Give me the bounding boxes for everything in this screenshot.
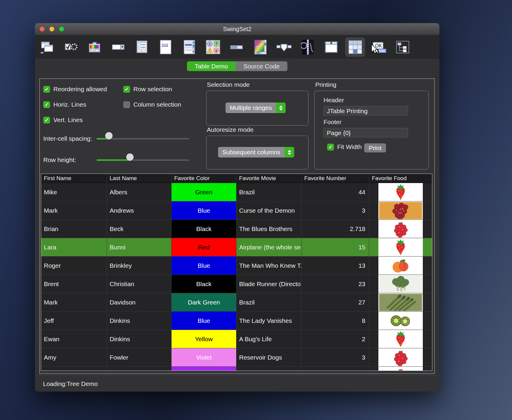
table-demo-button[interactable] bbox=[347, 38, 363, 56]
cell-favorite-number[interactable]: 44 bbox=[302, 183, 369, 201]
cell-favorite-number[interactable]: 2 bbox=[302, 367, 369, 371]
cell-favorite-food[interactable] bbox=[369, 275, 432, 293]
file-chooser-demo-button[interactable] bbox=[134, 38, 150, 56]
cell-last-name[interactable]: Andrews bbox=[107, 201, 172, 219]
combo-box-demo-button[interactable] bbox=[110, 38, 126, 56]
cell-last-name[interactable]: Dinkins bbox=[107, 330, 172, 348]
cell-first-name[interactable]: Amy bbox=[41, 348, 107, 366]
row-height-slider[interactable] bbox=[97, 156, 189, 163]
column-header-favorite-food[interactable]: Favorite Food bbox=[369, 174, 432, 183]
slider-thumb[interactable] bbox=[105, 132, 113, 140]
cell-favorite-color[interactable]: Yellow bbox=[172, 330, 236, 348]
table-row[interactable]: Roger Brinkley Blue The Man Who Knew T..… bbox=[41, 257, 432, 275]
selection-mode-dropdown[interactable]: Multiple ranges bbox=[225, 102, 286, 113]
option-pane-demo-button[interactable]: i ? ! x bbox=[205, 38, 221, 56]
table-row[interactable]: Jeff Dinkins Blue The Lady Vanishes 8 bbox=[41, 312, 432, 330]
table-row[interactable]: Hania Gajewska Purple Jaws 2 bbox=[41, 367, 432, 371]
tabbed-pane-demo-button[interactable] bbox=[300, 38, 316, 56]
cell-favorite-movie[interactable]: Brazil bbox=[236, 293, 302, 311]
cell-first-name[interactable]: Lara bbox=[41, 238, 107, 256]
table-row[interactable]: Amy Fowler Violet Reservoir Dogs 3 bbox=[41, 348, 432, 367]
column-header-last-name[interactable]: Last Name bbox=[107, 174, 172, 183]
internal-frame-demo-button[interactable] bbox=[39, 38, 55, 56]
cell-favorite-food[interactable] bbox=[369, 348, 432, 366]
slider-demo-button[interactable] bbox=[276, 38, 292, 56]
cell-favorite-food[interactable] bbox=[369, 330, 432, 348]
cell-favorite-food[interactable] bbox=[369, 257, 432, 275]
cell-last-name[interactable]: Davidson bbox=[107, 293, 172, 311]
cell-favorite-color[interactable]: Blue bbox=[172, 257, 236, 275]
cell-favorite-food[interactable] bbox=[369, 201, 432, 219]
tree-demo-button[interactable] bbox=[395, 38, 410, 56]
cell-favorite-number[interactable]: 2 bbox=[302, 330, 369, 348]
cell-favorite-number[interactable]: 15 bbox=[302, 238, 369, 256]
cell-first-name[interactable]: Jeff bbox=[41, 312, 107, 330]
cell-favorite-color[interactable]: Dark Green bbox=[172, 293, 236, 311]
vert-lines-checkbox[interactable]: Vert. Lines bbox=[43, 116, 83, 124]
cell-last-name[interactable]: Gajewska bbox=[107, 367, 172, 371]
cell-favorite-movie[interactable]: The Blues Brothers bbox=[236, 220, 302, 238]
table-row[interactable]: Brian Beck Black The Blues Brothers 2.71… bbox=[41, 220, 432, 238]
column-header-first-name[interactable]: First Name bbox=[41, 174, 107, 183]
cell-first-name[interactable]: Brian bbox=[41, 220, 107, 238]
list-demo-button[interactable] bbox=[181, 38, 197, 56]
cell-last-name[interactable]: Brinkley bbox=[107, 257, 172, 275]
scroll-pane-demo-button[interactable] bbox=[252, 38, 268, 56]
cell-favorite-color[interactable]: Blue bbox=[172, 201, 236, 219]
cell-favorite-color[interactable]: Blue bbox=[172, 312, 236, 330]
inter-cell-spacing-slider[interactable] bbox=[97, 135, 189, 142]
cell-favorite-food[interactable] bbox=[369, 367, 432, 371]
cell-favorite-number[interactable]: 2.718 bbox=[302, 220, 369, 238]
table-row[interactable]: Ewan Dinkins Yellow A Bug's Life 2 bbox=[41, 330, 432, 348]
split-pane-demo-button[interactable] bbox=[324, 38, 339, 56]
cell-last-name[interactable]: Dinkins bbox=[107, 312, 172, 330]
cell-last-name[interactable]: Fowler bbox=[107, 348, 172, 366]
cell-first-name[interactable]: Hania bbox=[41, 367, 107, 371]
cell-favorite-movie[interactable]: The Man Who Knew T... bbox=[236, 257, 302, 275]
cell-favorite-food[interactable] bbox=[369, 183, 432, 201]
cell-last-name[interactable]: Bunni bbox=[107, 238, 172, 256]
cell-first-name[interactable]: Brent bbox=[41, 275, 107, 293]
html-text-demo-button[interactable]: text bbox=[158, 38, 173, 56]
table-row[interactable]: Mark Andrews Blue Curse of the Demon 3 bbox=[41, 201, 432, 220]
cell-first-name[interactable]: Mark bbox=[41, 201, 107, 219]
cell-last-name[interactable]: Beck bbox=[107, 220, 172, 238]
cell-favorite-movie[interactable]: Brazil bbox=[236, 183, 302, 201]
cell-favorite-color[interactable]: Black bbox=[172, 220, 236, 238]
printing-footer-field[interactable]: Page {0} bbox=[324, 128, 408, 137]
tab-source-code[interactable]: Source Code bbox=[236, 61, 287, 71]
cell-first-name[interactable]: Mark bbox=[41, 293, 107, 311]
cell-favorite-color[interactable]: Violet bbox=[172, 348, 236, 366]
cell-first-name[interactable]: Mike bbox=[41, 183, 107, 201]
cell-favorite-color[interactable]: Red bbox=[172, 238, 236, 256]
table-row[interactable]: Lara Bunni Red Airplane (the whole se...… bbox=[41, 238, 432, 257]
cell-first-name[interactable]: Ewan bbox=[41, 330, 107, 348]
column-header-favorite-color[interactable]: Favorite Color bbox=[172, 174, 236, 183]
cell-favorite-food[interactable] bbox=[369, 238, 432, 256]
cell-favorite-number[interactable]: 3 bbox=[302, 201, 369, 219]
cell-favorite-movie[interactable]: Jaws bbox=[236, 367, 302, 371]
printing-header-field[interactable]: JTable Printing bbox=[324, 106, 408, 116]
row-selection-checkbox[interactable]: Row selection bbox=[123, 86, 172, 93]
cell-favorite-number[interactable]: 13 bbox=[302, 257, 369, 275]
fit-width-checkbox[interactable]: Fit Width bbox=[327, 143, 362, 150]
reordering-allowed-checkbox[interactable]: Reordering allowed bbox=[43, 86, 107, 93]
table-row[interactable]: Mike Albers Green Brazil 44 bbox=[41, 183, 432, 201]
cell-favorite-number[interactable]: 8 bbox=[302, 312, 369, 330]
cell-favorite-movie[interactable]: Curse of the Demon bbox=[236, 201, 302, 219]
cell-favorite-color[interactable]: Black bbox=[172, 275, 236, 293]
cell-favorite-movie[interactable]: Reservoir Dogs bbox=[236, 348, 302, 366]
cell-favorite-movie[interactable]: Airplane (the whole se... bbox=[236, 238, 302, 256]
cell-last-name[interactable]: Albers bbox=[107, 183, 172, 201]
titlebar[interactable]: SwingSet2 bbox=[35, 23, 439, 35]
cell-favorite-color[interactable]: Purple bbox=[172, 367, 236, 371]
table-row[interactable]: Mark Davidson Dark Green Brazil 27 bbox=[41, 293, 432, 312]
cell-favorite-movie[interactable]: The Lady Vanishes bbox=[236, 312, 302, 330]
cell-favorite-number[interactable]: 3 bbox=[302, 348, 369, 366]
cell-first-name[interactable]: Roger bbox=[41, 257, 107, 275]
cell-favorite-number[interactable]: 27 bbox=[302, 293, 369, 311]
autoresize-mode-dropdown[interactable]: Subsequent columns bbox=[218, 147, 294, 158]
cell-favorite-movie[interactable]: Blade Runner (Directo... bbox=[236, 275, 302, 293]
print-button[interactable]: Print bbox=[364, 143, 386, 153]
cell-favorite-food[interactable] bbox=[369, 312, 432, 330]
